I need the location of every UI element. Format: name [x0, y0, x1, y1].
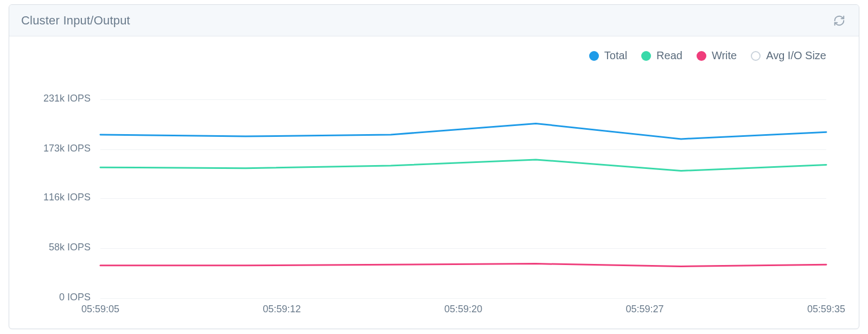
chart-svg [9, 5, 859, 329]
series-line-read [100, 160, 826, 171]
series-line-total [100, 123, 826, 139]
chart-plot-area: 0 IOPS58k IOPS116k IOPS173k IOPS231k IOP… [9, 5, 859, 329]
cluster-io-card: Cluster Input/Output TotalReadWriteAvg I… [9, 4, 859, 329]
series-line-write [100, 264, 826, 267]
